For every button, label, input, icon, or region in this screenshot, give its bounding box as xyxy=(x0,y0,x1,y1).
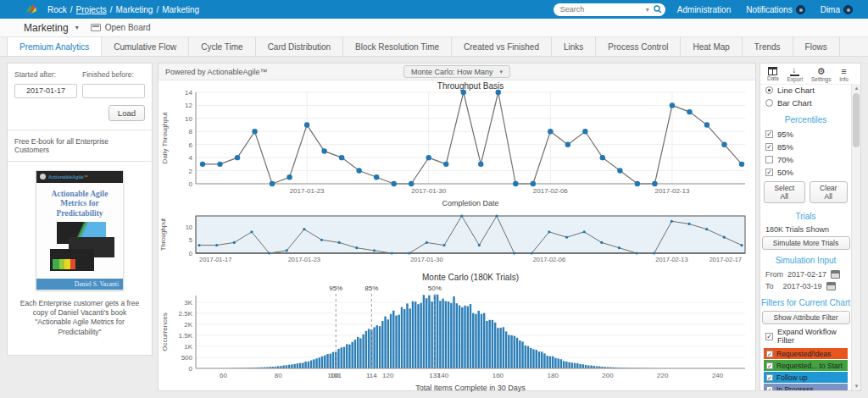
tab-flows[interactable]: Flows xyxy=(793,37,840,56)
notifications-badge-icon[interactable] xyxy=(796,5,805,14)
svg-text:60: 60 xyxy=(220,372,227,379)
expand-workflow-filter[interactable]: ✓ Expand Workflow Filter xyxy=(760,326,851,346)
powered-by-label: Powered by ActionableAgile™ xyxy=(165,68,268,76)
chart-type-dropdown[interactable]: Monte Carlo: How Many ▾ xyxy=(403,65,510,78)
user-avatar[interactable] xyxy=(843,5,853,14)
panel-scrollbar[interactable]: ▲ ▼ xyxy=(851,84,860,390)
tab-premium-analytics[interactable]: Premium Analytics xyxy=(7,37,102,56)
throughput-basis-chart[interactable]: Throughput Basis024681012142017-01-23201… xyxy=(159,80,757,209)
open-board-button[interactable]: Open Board xyxy=(91,23,151,32)
svg-text:10: 10 xyxy=(186,224,192,231)
board-title-caret-icon[interactable]: ▾ xyxy=(75,24,79,31)
app-logo-icon[interactable] xyxy=(24,3,37,15)
data-button[interactable]: Data xyxy=(767,67,779,82)
tab-block-resolution-time[interactable]: Block Resolution Time xyxy=(343,37,452,56)
from-date-value[interactable]: 2017-02-17 xyxy=(787,270,826,279)
tab-links[interactable]: Links xyxy=(552,37,596,56)
calendar-icon[interactable] xyxy=(831,270,840,279)
load-button[interactable]: Load xyxy=(108,105,145,121)
svg-text:6: 6 xyxy=(189,141,193,149)
percentile-option-85[interactable]: ✓85% xyxy=(760,141,851,153)
clear-all-button[interactable]: Clear All xyxy=(810,181,848,203)
svg-text:220: 220 xyxy=(657,372,669,379)
tab-bar: Premium AnalyticsCumulative FlowCycle Ti… xyxy=(0,37,868,57)
tab-cycle-time[interactable]: Cycle Time xyxy=(189,37,255,56)
nav-notifications[interactable]: Notifications xyxy=(746,5,804,14)
info-button[interactable]: ≡ Info xyxy=(839,67,849,82)
trials-header: Trials xyxy=(760,212,851,221)
show-attribute-filter-button[interactable]: Show Attribute Filter xyxy=(762,311,850,324)
select-all-button[interactable]: Select All xyxy=(764,181,805,203)
radio-icon xyxy=(765,99,773,107)
monte-carlo-histogram[interactable]: Monte Carlo (180K Trials)05001K1.5K2K2.5… xyxy=(159,270,757,395)
svg-text:14: 14 xyxy=(185,89,192,97)
svg-text:140: 140 xyxy=(437,372,449,379)
gear-icon: ⚙ xyxy=(817,67,826,76)
throughput-brush-chart[interactable]: 05102017-01-172017-01-232017-01-302017-0… xyxy=(159,213,757,267)
svg-text:4: 4 xyxy=(189,154,193,162)
checkbox-icon: ✓ xyxy=(766,374,773,381)
search-input[interactable] xyxy=(560,5,646,14)
filters-header: Filters for Current Chart xyxy=(760,298,851,307)
administration-label: Administration xyxy=(677,5,731,14)
search-box[interactable]: ▾ xyxy=(554,3,665,16)
breadcrumb-separator: / xyxy=(110,5,113,14)
svg-text:0: 0 xyxy=(189,180,193,188)
percentile-option-50[interactable]: ✓50% xyxy=(760,166,851,179)
tab-process-control[interactable]: Process Control xyxy=(596,37,681,56)
export-button[interactable]: Export xyxy=(787,67,803,82)
simulation-to-row: To 2017-03-19 xyxy=(760,280,851,292)
svg-text:Daily Throughput: Daily Throughput xyxy=(161,112,169,164)
svg-text:2017-02-13: 2017-02-13 xyxy=(654,187,689,195)
checkbox-icon: ✓ xyxy=(765,130,773,138)
breadcrumb-item[interactable]: Projects xyxy=(76,5,107,14)
breadcrumb-item[interactable]: Rock xyxy=(47,5,67,14)
started-after-input[interactable] xyxy=(14,84,77,98)
ebook-cover[interactable]: ActionableAgile™ Actionable Agile Metric… xyxy=(36,170,124,290)
chart-type-option-bar-chart[interactable]: Bar Chart xyxy=(760,97,851,109)
nav-administration[interactable]: Administration xyxy=(677,5,731,14)
svg-text:1.5K: 1.5K xyxy=(179,332,193,340)
search-icon[interactable] xyxy=(654,5,662,14)
scrollbar-thumb[interactable] xyxy=(853,93,860,147)
to-date-value[interactable]: 2017-03-19 xyxy=(783,282,822,290)
finished-before-input[interactable] xyxy=(82,84,145,98)
board-title[interactable]: Marketing xyxy=(24,22,69,34)
top-nav: Rock/Projects/Marketing/Marketing ▾ Admi… xyxy=(0,0,868,19)
breadcrumb-item[interactable]: Marketing xyxy=(162,5,199,14)
simulate-more-trials-button[interactable]: Simulate More Trials xyxy=(762,236,850,250)
nav-user-menu[interactable]: Dima xyxy=(821,5,853,14)
chart-panel-header: Powered by ActionableAgile™ Monte Carlo:… xyxy=(159,64,755,80)
ebook-brand-logo-icon xyxy=(40,174,46,180)
calendar-icon[interactable] xyxy=(826,282,836,290)
tab-card-distribution[interactable]: Card Distribution xyxy=(256,37,343,56)
svg-text:2017-02-13: 2017-02-13 xyxy=(655,256,687,263)
workflow-filter-label: Requested... to Start xyxy=(776,362,843,370)
svg-text:2K: 2K xyxy=(184,321,192,329)
workflow-filter-requested-to-start[interactable]: ✓Requested... to Start xyxy=(764,360,848,371)
workflow-filter-requested-ideas[interactable]: ✓Requested/Ideas xyxy=(764,348,848,359)
chart-type-dropdown-label: Monte Carlo: How Many xyxy=(411,68,493,76)
settings-button[interactable]: ⚙ Settings xyxy=(811,67,832,82)
info-lines-icon: ≡ xyxy=(841,67,846,76)
svg-text:95%: 95% xyxy=(329,285,342,292)
ebook-brand-label: ActionableAgile™ xyxy=(48,174,88,180)
breadcrumb-item[interactable]: Marketing xyxy=(115,5,153,14)
tab-cumulative-flow[interactable]: Cumulative Flow xyxy=(102,37,189,56)
percentile-option-70[interactable]: 70% xyxy=(760,153,851,166)
percentile-option-95[interactable]: ✓95% xyxy=(760,128,851,141)
scroll-down-icon[interactable]: ▼ xyxy=(852,382,861,390)
workflow-filter-follow-up[interactable]: ✓Follow up xyxy=(764,372,848,383)
user-label: Dima xyxy=(821,5,840,14)
scroll-up-icon[interactable]: ▲ xyxy=(852,84,861,92)
tab-created-vs-finished[interactable]: Created vs Finished xyxy=(452,37,552,56)
svg-text:200: 200 xyxy=(602,372,614,379)
tab-trends[interactable]: Trends xyxy=(743,37,793,56)
search-scope-caret-icon[interactable]: ▾ xyxy=(646,6,649,14)
workflow-filter-in-progress[interactable]: ✓In Progress xyxy=(764,384,848,390)
checkbox-icon: ✓ xyxy=(766,362,773,369)
chart-type-option-line-chart[interactable]: Line Chart xyxy=(760,84,851,97)
app-root: Rock/Projects/Marketing/Marketing ▾ Admi… xyxy=(0,0,868,398)
tab-heat-map[interactable]: Heat Map xyxy=(681,37,742,56)
svg-text:240: 240 xyxy=(712,372,724,379)
